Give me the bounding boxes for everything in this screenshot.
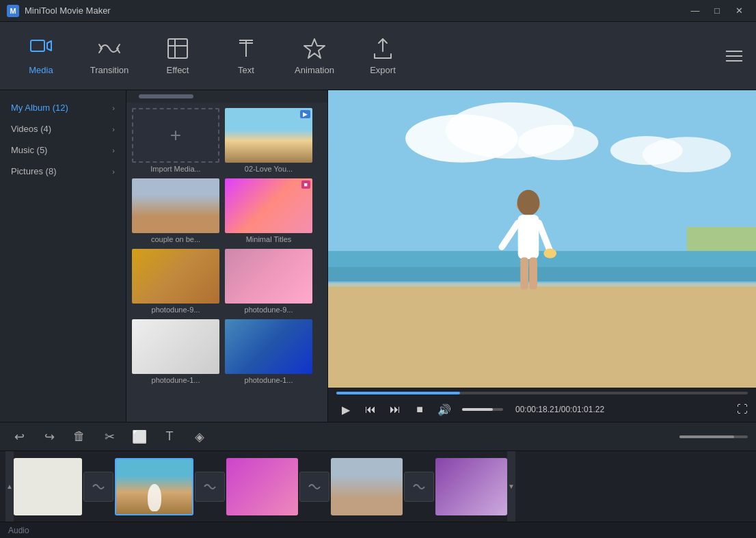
media-item-couple[interactable]: couple on be...	[132, 178, 219, 243]
thumb-love-you: ▶	[225, 108, 312, 163]
play-button[interactable]: ▶	[336, 400, 355, 419]
thumb-photodune2	[225, 249, 312, 304]
svg-rect-19	[328, 283, 756, 388]
preview-panel: ▶ ⏮ ⏭ ■ 🔊 00:00:18.21/00:01:01.22 ⛶	[328, 90, 756, 422]
sidebar-item-my-album[interactable]: My Album (12) ›	[0, 97, 126, 118]
volume-button[interactable]: 🔊	[435, 400, 454, 419]
maximize-button[interactable]: □	[707, 3, 727, 18]
pink-tag: ■	[301, 180, 310, 189]
playback-controls: ▶ ⏮ ⏭ ■ 🔊 00:00:18.21/00:01:01.22 ⛶	[336, 400, 748, 419]
toolbar-effect[interactable]: Effect	[144, 25, 212, 87]
thumb-photodune1	[132, 249, 219, 304]
timeline-clip-2[interactable]	[115, 458, 193, 515]
timeline-clip-4[interactable]	[331, 458, 403, 515]
hamburger-line	[726, 55, 742, 57]
import-label: Import Media...	[132, 165, 219, 173]
media-item-photodune3[interactable]: photodune-1...	[132, 319, 219, 384]
stop-button[interactable]: ■	[410, 400, 429, 419]
transition-clip-1[interactable]	[83, 472, 113, 502]
text-label: Text	[238, 65, 254, 75]
time-display: 00:00:18.21/00:01:01.22	[515, 405, 731, 414]
sidebar-item-videos[interactable]: Videos (4) ›	[0, 118, 126, 139]
volume-slider[interactable]	[462, 408, 503, 411]
sidebar-videos-label: Videos (4)	[11, 124, 51, 134]
toolbar: Media Transition Effect Text Animation	[0, 22, 756, 90]
media-item-love-you[interactable]: ▶ 02-Love You...	[225, 108, 312, 173]
cut-button[interactable]: ✂	[98, 426, 120, 448]
sidebar-my-album-label: My Album (12)	[11, 103, 68, 113]
svg-point-28	[543, 249, 556, 258]
hamburger-line	[726, 60, 742, 62]
svg-rect-27	[529, 258, 537, 290]
media-item-minimal[interactable]: ■ Minimal Titles	[225, 178, 312, 243]
thumb-couple	[132, 178, 219, 233]
thumb-photodune4	[225, 319, 312, 374]
chevron-icon: ›	[112, 167, 115, 176]
redo-button[interactable]: ↪	[38, 426, 60, 448]
step-forward-button[interactable]: ⏭	[386, 400, 405, 419]
minimal-label: Minimal Titles	[225, 235, 312, 243]
chevron-icon: ›	[112, 125, 115, 133]
media-panel: + Import Media... ▶ 02-Love You... coupl…	[126, 90, 328, 422]
media-grid: + Import Media... ▶ 02-Love You... coupl…	[126, 103, 327, 422]
app-title: MiniTool Movie Maker	[25, 5, 685, 16]
minimize-button[interactable]: —	[685, 3, 705, 18]
split-button[interactable]: ⬜	[129, 426, 150, 448]
timeline-toolbar: ↩ ↪ 🗑 ✂ ⬜ T ◈	[0, 422, 756, 451]
sidebar-item-music[interactable]: Music (5) ›	[0, 139, 126, 161]
toolbar-transition[interactable]: Transition	[75, 25, 144, 87]
delete-button[interactable]: 🗑	[68, 426, 90, 448]
zoom-slider[interactable]	[679, 435, 748, 438]
hamburger-line	[726, 51, 742, 52]
toolbar-text[interactable]: Text	[212, 25, 280, 87]
toolbar-export[interactable]: Export	[349, 25, 417, 87]
svg-marker-9	[304, 39, 325, 58]
photodune2-label: photodune-9...	[225, 306, 312, 314]
media-item-photodune2[interactable]: photodune-9...	[225, 249, 312, 314]
timeline-area: ↩ ↪ 🗑 ✂ ⬜ T ◈ ▲	[0, 422, 756, 538]
progress-fill	[336, 392, 460, 394]
transition-clip-3[interactable]	[299, 472, 329, 502]
video-tag: ▶	[300, 110, 310, 118]
timeline-clip-1[interactable]	[14, 458, 82, 515]
transition-clip-4[interactable]	[404, 472, 434, 502]
photodune1-label: photodune-9...	[132, 306, 219, 314]
sidebar-item-pictures[interactable]: Pictures (8) ›	[0, 161, 126, 182]
svg-rect-23	[518, 215, 539, 259]
export-label: Export	[370, 65, 396, 75]
track-scroll-right[interactable]: ▼	[507, 451, 515, 522]
effect-label: Effect	[166, 65, 189, 75]
zoom-fill	[679, 435, 734, 438]
video-track: ▲	[0, 451, 756, 522]
undo-button[interactable]: ↩	[8, 426, 30, 448]
svg-rect-20	[328, 282, 756, 286]
motion-button[interactable]: ◈	[189, 426, 211, 448]
sidebar-music-label: Music (5)	[11, 145, 47, 155]
video-area	[328, 90, 756, 388]
timeline-clip-3[interactable]	[226, 458, 298, 515]
progress-track[interactable]	[336, 392, 748, 394]
playback-bar: ▶ ⏮ ⏭ ■ 🔊 00:00:18.21/00:01:01.22 ⛶	[328, 388, 756, 422]
text-overlay-button[interactable]: T	[159, 426, 180, 448]
fullscreen-button[interactable]: ⛶	[737, 403, 748, 416]
animation-label: Animation	[295, 65, 334, 75]
plus-icon: +	[170, 124, 181, 146]
love-you-label: 02-Love You...	[225, 165, 312, 173]
timeline-clip-5[interactable]	[435, 458, 507, 515]
track-scroll-left[interactable]: ▲	[5, 451, 14, 522]
svg-rect-2	[31, 40, 44, 51]
video-preview	[328, 90, 756, 388]
media-item-photodune1[interactable]: photodune-9...	[132, 249, 219, 314]
window-controls: — □ ✕	[685, 3, 749, 18]
volume-fill	[462, 408, 493, 411]
close-button[interactable]: ✕	[729, 3, 749, 18]
step-back-button[interactable]: ⏮	[361, 400, 380, 419]
app-icon: M	[7, 5, 19, 17]
toolbar-media[interactable]: Media	[7, 25, 75, 87]
import-button[interactable]: +	[132, 108, 219, 163]
toolbar-animation[interactable]: Animation	[280, 25, 349, 87]
menu-button[interactable]	[719, 41, 749, 71]
media-item-import[interactable]: + Import Media...	[132, 108, 219, 173]
media-item-photodune4[interactable]: photodune-1...	[225, 319, 312, 384]
transition-clip-2[interactable]	[195, 472, 225, 502]
